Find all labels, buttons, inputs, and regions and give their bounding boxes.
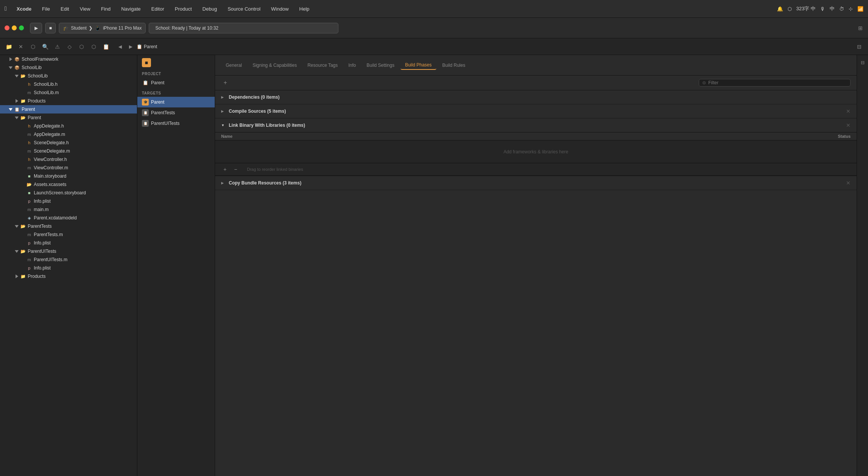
header-file-icon: h [26,123,33,129]
tab-resource-tags[interactable]: Resource Tags [303,61,342,69]
menu-find[interactable]: Find [99,5,113,13]
sidebar-item-schoollib-project[interactable]: 📦 SchoolLib [0,63,137,72]
sidebar-item-parent-xcdatamodel[interactable]: ◈ Parent.xcdatamodeld [0,214,137,222]
sidebar-item-parent-project[interactable]: 📋 Parent [0,105,137,113]
sidebar-item-parenttests-info-plist[interactable]: p Info.plist [0,239,137,247]
folder-icon: 📂 [20,248,27,254]
maximize-window-button[interactable] [19,25,24,30]
menu-help[interactable]: Help [297,5,312,13]
sidebar-item-launchscreen-storyboard[interactable]: ■ LaunchScreen.storyboard [0,189,137,197]
sidebar-item-viewcontroller-h[interactable]: h ViewController.h [0,155,137,164]
sidebar-item-appdelegate-m[interactable]: m AppDelegate.m [0,130,137,139]
menu-source-control[interactable]: Source Control [225,5,263,13]
folder-navigator-icon[interactable]: 📁 [3,41,14,52]
input-method-icon: 中 [830,5,835,12]
remove-library-button[interactable]: − [232,165,239,173]
source-control-navigator-icon[interactable]: ✕ [15,41,27,52]
menu-file[interactable]: File [40,5,52,13]
link-binary-header[interactable]: ▼ Link Binary With Libraries (0 items) ✕ [215,118,857,132]
sidebar-item-info-plist[interactable]: p Info.plist [0,197,137,205]
forward-navigation-button[interactable]: ▶ [126,42,135,51]
sidebar-item-label: Products [28,274,46,279]
back-navigation-button[interactable]: ◀ [115,42,124,51]
sidebar-item-main-storyboard[interactable]: ■ Main.storyboard [0,172,137,180]
panel-item-parent-target[interactable]: 🎓 Parent [137,97,215,107]
sidebar-item-parentuitests-m[interactable]: m ParentUITests.m [0,255,137,264]
menu-product[interactable]: Product [173,5,194,13]
panel-item-parenttests-target[interactable]: 📋 ParentTests [137,107,215,118]
scheme-selector[interactable]: 🎓 Student ❯ 📱 iPhone 11 Pro Max [59,23,146,33]
menu-edit[interactable]: Edit [58,5,71,13]
sidebar-item-products-bottom[interactable]: 📁 Products [0,272,137,281]
tab-general[interactable]: General [221,61,247,69]
sidebar-item-schoollib-h[interactable]: h SchoolLib.h [0,80,137,88]
inspector-toggle-icon[interactable]: ⊞ [857,24,863,32]
inspector-toggle-right[interactable]: ⊟ [854,41,865,52]
minimize-window-button[interactable] [12,25,17,30]
link-binary-footer: + − Drag to reorder linked binaries [215,163,857,176]
sidebar-item-scenedelegate-h[interactable]: h SceneDelegate.h [0,139,137,147]
sidebar-item-schoollib-folder[interactable]: 📂 SchoolLib [0,72,137,80]
tab-build-rules[interactable]: Build Rules [438,61,470,69]
editor-container: ■ PROJECT 📋 Parent TARGETS 🎓 Parent 📋 Pa… [137,55,868,476]
tab-build-phases[interactable]: Build Phases [401,61,436,70]
close-window-button[interactable] [5,25,9,30]
panel-item-parent-project[interactable]: 📋 Parent [137,77,215,88]
search-navigator-icon[interactable]: 🔍 [39,41,51,52]
sidebar-item-viewcontroller-m[interactable]: m ViewController.m [0,164,137,172]
compile-sources-header[interactable]: ▶ Compile Sources (5 items) ✕ [215,104,857,118]
sidebar-item-products-schoollib[interactable]: 📁 Products [0,97,137,105]
app-target-icon: 🎓 [142,99,149,106]
panel-item-parentuitests-target[interactable]: 📋 ParentUITests [137,118,215,129]
inspector-layout-icon[interactable]: ⊟ [854,41,865,52]
copy-bundle-header[interactable]: ▶ Copy Bundle Resources (3 items) ✕ [215,176,857,190]
filter-input[interactable] [708,80,847,85]
menu-debug[interactable]: Debug [200,5,219,13]
spacer [20,265,26,271]
sidebar-item-label: Parent [22,107,35,112]
sidebar-item-schoollib-m[interactable]: m SchoolLib.m [0,88,137,97]
sidebar-item-scenedelegate-m[interactable]: m SceneDelegate.m [0,147,137,155]
tab-signing-capabilities[interactable]: Signing & Capabilities [248,61,302,69]
sidebar-item-main-m[interactable]: m main.m [0,205,137,214]
sidebar-item-appdelegate-h[interactable]: h AppDelegate.h [0,122,137,130]
menu-navigate[interactable]: Navigate [119,5,143,13]
sidebar-item-parenttests-folder[interactable]: 📂 ParentTests [0,222,137,230]
run-button[interactable]: ▶ [30,23,42,33]
editor-nav-buttons: ◀ ▶ 📋 Parent [115,42,157,51]
sidebar-item-parentuitests-info-plist[interactable]: p Info.plist [0,264,137,272]
test-navigator-icon[interactable]: ◇ [64,41,75,52]
sidebar-item-parentuitests-folder[interactable]: 📂 ParentUITests [0,247,137,255]
add-library-button[interactable]: + [221,165,229,173]
sidebar-item-schoolframework[interactable]: 📦 SchoolFramework [0,55,137,63]
tab-build-settings[interactable]: Build Settings [362,61,399,69]
right-panel-toggle-icon[interactable]: ⊟ [858,58,867,67]
tab-info[interactable]: Info [344,61,360,69]
dependencies-header[interactable]: ▶ Dependencies (0 items) [215,90,857,104]
menu-xcode[interactable]: Xcode [14,5,34,13]
spacer [20,198,26,204]
copy-bundle-section: ▶ Copy Bundle Resources (3 items) ✕ [215,176,857,190]
sidebar-item-label: Assets.xcassets [34,182,66,187]
sidebar-item-assets-xcassets[interactable]: 📂 Assets.xcassets [0,180,137,189]
report-navigator-icon[interactable]: 📋 [100,41,112,52]
spacer [20,148,26,154]
add-phase-button[interactable]: + [221,79,230,87]
stop-button[interactable]: ■ [45,23,56,33]
sidebar-item-parent-folder[interactable]: 📂 Parent [0,113,137,122]
menu-editor[interactable]: Editor [149,5,167,13]
menu-window[interactable]: Window [269,5,291,13]
sidebar-item-parenttests-m[interactable]: m ParentTests.m [0,230,137,239]
breakpoint-navigator-icon[interactable]: ⬡ [88,41,99,52]
sidebar-item-label: SceneDelegate.h [34,140,69,145]
copy-bundle-close-button[interactable]: ✕ [846,180,851,186]
symbol-navigator-icon[interactable]: ⬡ [27,41,39,52]
issue-navigator-icon[interactable]: ⚠ [52,41,63,52]
panel-item-label: Parent [151,99,164,105]
debug-navigator-icon[interactable]: ⬡ [76,41,87,52]
link-binary-close-button[interactable]: ✕ [846,122,851,128]
menu-view[interactable]: View [77,5,93,13]
compile-sources-close-button[interactable]: ✕ [846,108,851,114]
dependencies-disclosure-icon: ▶ [221,95,226,99]
source-file-icon: m [26,232,33,238]
